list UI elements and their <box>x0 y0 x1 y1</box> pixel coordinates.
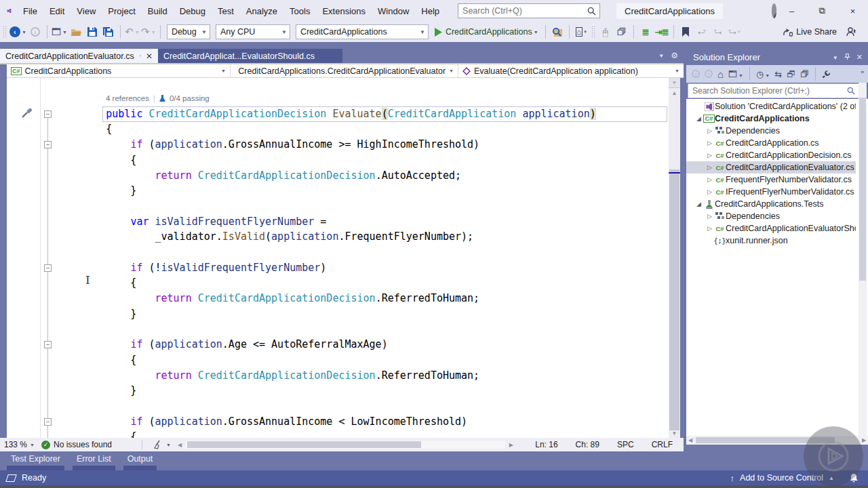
code-cleanup-broom-icon[interactable] <box>153 440 163 449</box>
comment-lines-button[interactable]: ≣ <box>638 24 653 40</box>
collapsed-arrow-icon[interactable]: ▷ <box>705 127 714 134</box>
peek-definition-button[interactable]: 🗇 <box>614 24 629 40</box>
tree-item-creditcardapplication-cs[interactable]: ▷C#CreditCardApplication.cs <box>686 137 856 149</box>
close-panel-icon[interactable]: ✕ <box>856 53 863 62</box>
vertical-scroll-thumb[interactable] <box>669 169 679 430</box>
project-dropdown[interactable]: C# CreditCardApplications▼ <box>7 64 231 77</box>
tab-creditcardapplicationevaluatorshould[interactable]: CreditCardApplicat...EvaluatorShould.cs <box>158 49 342 63</box>
code-line[interactable]: if (!isValidFrequentFlyerNumber) <box>57 260 326 275</box>
fold-collapse-box[interactable]: – <box>44 341 52 348</box>
fold-collapse-box[interactable]: – <box>44 110 52 118</box>
se-switch-views-icon[interactable]: 🗔▼ <box>728 69 743 79</box>
start-debugging-button[interactable]: CreditCardApplications▼ <box>432 26 541 38</box>
code-line[interactable]: } <box>57 183 136 198</box>
se-scroll-right-arrow[interactable]: ▶ <box>860 437 868 443</box>
tree-item-frequentflyernumbervalidator-cs[interactable]: ▷C#FrequentFlyerNumberValidator.cs <box>686 174 856 186</box>
tree-item-dependencies[interactable]: ▷Dependencies <box>686 210 856 222</box>
solution-platform-dropdown[interactable]: Any CPU▼ <box>216 24 290 39</box>
menu-item-tools[interactable]: Tools <box>283 4 316 18</box>
editor-vertical-scrollbar[interactable]: ÷ ▲ ▼ <box>669 78 680 438</box>
collapsed-arrow-icon[interactable]: ▷ <box>705 164 714 171</box>
tab-creditcardapplicationevaluator[interactable]: CreditCardApplicationEvaluator.cs ✕ <box>0 49 158 63</box>
code-line[interactable]: if (application.Age <= AutoReferralMaxAg… <box>57 337 388 352</box>
code-line[interactable]: { <box>57 121 112 136</box>
next-bookmark-button[interactable]: ⮑ <box>711 24 726 40</box>
member-dropdown[interactable]: Evaluate(CreditCardApplication applicati… <box>458 64 684 77</box>
code-line[interactable]: return CreditCardApplicationDecision.Ref… <box>57 368 479 383</box>
tree-item-creditcardapplicationevaluatorshould-cs[interactable]: ▷C#CreditCardApplicationEvaluatorShould.… <box>686 222 856 235</box>
live-share-button[interactable]: Live Share <box>777 27 842 37</box>
code-line[interactable]: var isValidFrequentFlyerNumber = <box>57 214 326 229</box>
fold-collapse-box[interactable]: – <box>44 264 52 272</box>
code-line[interactable]: { <box>57 429 136 438</box>
collapsed-arrow-icon[interactable]: ▷ <box>705 225 714 232</box>
new-project-button[interactable]: 🗔▼ <box>52 24 67 40</box>
menu-item-file[interactable]: File <box>17 4 43 18</box>
go-to-definition-button[interactable]: 🖰 <box>598 24 613 40</box>
uncomment-lines-button[interactable]: ⇥≣ <box>654 24 669 40</box>
toolbar-grip[interactable] <box>591 26 595 38</box>
se-forward-icon[interactable]: › <box>705 70 713 78</box>
se-preview-selected-icon[interactable]: 🗇 <box>800 69 809 79</box>
line-number-indicator[interactable]: Ln: 16 <box>535 440 557 449</box>
tree-item-creditcardapplicationevaluator-cs[interactable]: ▷C#CreditCardApplicationEvaluator.cs <box>686 161 856 174</box>
tab-list-dropdown-icon[interactable]: ▼ <box>658 51 664 60</box>
collapsed-arrow-icon[interactable]: ▷ <box>705 140 714 146</box>
se-home-icon[interactable]: ⌂ <box>717 68 724 80</box>
scroll-right-arrow[interactable]: ▶ <box>505 442 513 448</box>
code-line[interactable]: if (application.GrossAnnualIncome < LowI… <box>57 414 467 429</box>
quick-actions-screwdriver-icon[interactable] <box>20 106 34 120</box>
menu-item-window[interactable]: Window <box>372 4 415 18</box>
code-line[interactable]: { <box>57 275 136 290</box>
column-indicator[interactable]: Ch: 89 <box>576 440 599 449</box>
tree-item-creditcardapplications-tests[interactable]: ◢CreditCardApplications.Tests <box>686 198 856 210</box>
menu-item-project[interactable]: Project <box>102 4 141 18</box>
clear-bookmarks-button[interactable]: ⮑▾ <box>727 24 742 40</box>
zoom-level[interactable]: 133 % <box>0 440 27 449</box>
code-line[interactable]: } <box>57 383 136 398</box>
collapsed-arrow-icon[interactable]: ▷ <box>705 176 714 183</box>
code-line[interactable]: { <box>57 152 136 167</box>
code-line[interactable]: return CreditCardApplicationDecision.Aut… <box>57 168 461 183</box>
se-back-icon[interactable]: ‹ <box>692 70 700 78</box>
menu-item-view[interactable]: View <box>71 4 102 18</box>
menu-item-extensions[interactable]: Extensions <box>316 4 372 18</box>
code-line[interactable]: { <box>57 352 136 367</box>
se-collapse-all-icon[interactable]: 🗗 <box>787 69 795 79</box>
se-vertical-scroll-thumb[interactable] <box>859 98 866 281</box>
quick-search-box[interactable] <box>458 3 600 18</box>
se-vertical-scrollbar[interactable] <box>859 83 867 436</box>
fold-collapse-box[interactable]: – <box>44 141 52 148</box>
tree-item-ifrequentflyernumbervalidator-cs[interactable]: ▷C#IFrequentFlyerNumberValidator.cs <box>686 186 856 198</box>
find-in-files-button[interactable] <box>550 24 565 40</box>
line-ending-indicator[interactable]: CRLF <box>652 440 673 449</box>
minimize-button[interactable]: – <box>776 1 807 21</box>
save-button[interactable] <box>85 24 100 40</box>
scroll-left-arrow[interactable]: ◀ <box>178 442 186 448</box>
code-line[interactable]: } <box>57 306 136 321</box>
toolbar-grip[interactable] <box>3 26 7 38</box>
se-properties-wrench-icon[interactable] <box>822 70 831 79</box>
auto-hide-pin-icon[interactable] <box>844 53 850 60</box>
panel-tab-error-list[interactable]: Error List <box>70 451 118 470</box>
code-line[interactable]: return CreditCardApplicationDecision.Ref… <box>57 291 479 306</box>
panel-tab-output[interactable]: Output <box>121 451 160 470</box>
open-file-button[interactable] <box>68 24 83 40</box>
scroll-up-arrow[interactable]: ▲ <box>669 90 680 96</box>
expanded-arrow-icon[interactable]: ◢ <box>694 115 703 122</box>
restore-button[interactable]: ⧉ <box>807 1 837 21</box>
horizontal-scroll-thumb[interactable] <box>187 441 421 448</box>
se-scroll-left-arrow[interactable]: ◀ <box>686 437 694 443</box>
search-input[interactable] <box>458 6 587 16</box>
spaces-indicator[interactable]: SPC <box>617 440 634 449</box>
scroll-down-arrow[interactable]: ▼ <box>669 430 680 436</box>
save-all-button[interactable] <box>101 24 116 40</box>
tree-item-xunit-runner-json[interactable]: {;}xunit.runner.json <box>686 235 856 247</box>
code-line[interactable]: _validator.IsValid(application.FrequentF… <box>57 229 473 244</box>
startup-project-dropdown[interactable]: CreditCardApplications▼ <box>296 24 429 39</box>
menu-item-build[interactable]: Build <box>142 4 174 18</box>
panel-options-dropdown-icon[interactable]: ▼ <box>833 53 838 62</box>
health-status[interactable]: No issues found <box>54 440 112 449</box>
close-button[interactable]: × <box>837 1 868 21</box>
codelens-test-status[interactable]: 0/4 passing <box>170 91 210 106</box>
